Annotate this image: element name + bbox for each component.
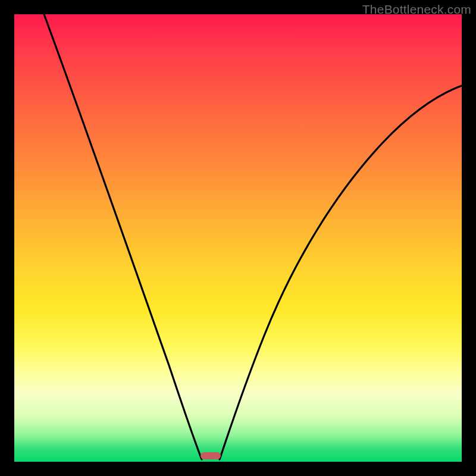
plot-area — [14, 14, 462, 462]
bottleneck-marker — [201, 452, 221, 459]
left-curve — [44, 14, 202, 459]
watermark-text: TheBottleneck.com — [362, 2, 471, 17]
right-curve — [220, 86, 462, 459]
curves-svg — [14, 14, 462, 462]
chart-frame: TheBottleneck.com — [0, 0, 476, 476]
